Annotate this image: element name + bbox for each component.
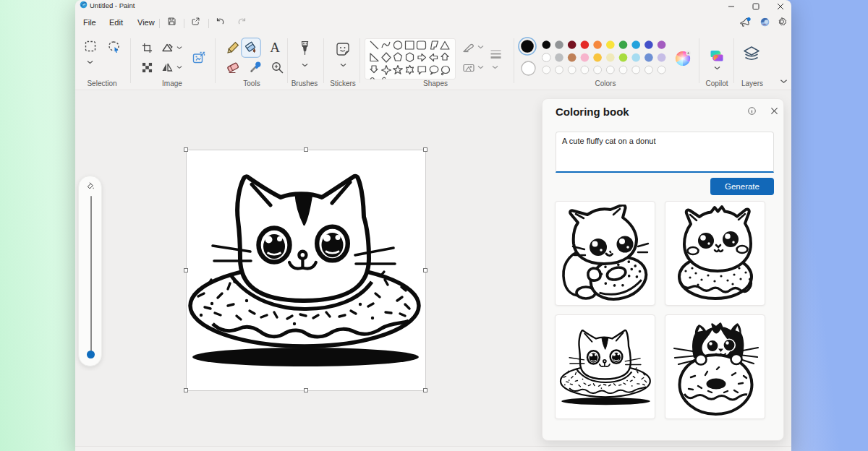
svg-text:A: A (270, 40, 280, 54)
